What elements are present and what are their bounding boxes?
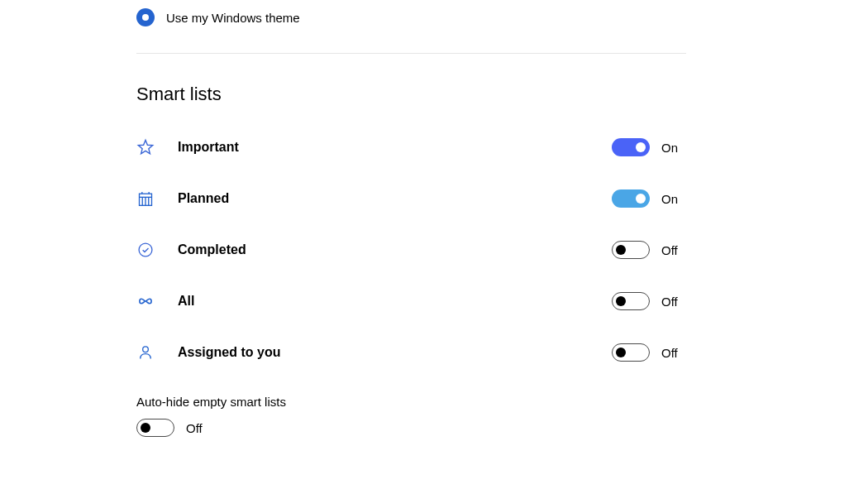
smart-list-important: Important On — [136, 138, 686, 156]
star-icon — [136, 138, 155, 156]
infinity-icon — [136, 292, 155, 310]
smart-list-important-label: Important — [178, 140, 612, 155]
important-toggle[interactable] — [612, 138, 650, 156]
smart-lists-heading: Smart lists — [136, 84, 686, 105]
planned-toggle-state: On — [661, 192, 686, 206]
auto-hide-toggle-state: Off — [186, 421, 211, 435]
smart-list-all: All Off — [136, 292, 686, 310]
planned-toggle[interactable] — [612, 189, 650, 208]
auto-hide-label: Auto-hide empty smart lists — [136, 395, 686, 409]
person-icon — [136, 343, 155, 362]
important-toggle-state: On — [661, 141, 686, 155]
smart-list-assigned: Assigned to you Off — [136, 343, 686, 362]
assigned-toggle[interactable] — [612, 343, 650, 362]
svg-point-8 — [143, 347, 149, 352]
theme-radio-row[interactable]: Use my Windows theme — [136, 8, 686, 53]
auto-hide-section: Auto-hide empty smart lists Off — [136, 395, 686, 437]
auto-hide-toggle[interactable] — [136, 419, 174, 437]
smart-list-assigned-label: Assigned to you — [178, 345, 612, 360]
smart-list-completed-label: Completed — [178, 242, 612, 257]
svg-point-7 — [139, 243, 152, 256]
all-toggle[interactable] — [612, 292, 650, 310]
theme-radio-label: Use my Windows theme — [166, 11, 300, 25]
check-circle-icon — [136, 241, 155, 259]
all-toggle-state: Off — [661, 295, 686, 309]
smart-list-completed: Completed Off — [136, 241, 686, 259]
divider — [136, 53, 686, 54]
smart-list-planned: Planned On — [136, 189, 686, 208]
completed-toggle[interactable] — [612, 241, 650, 259]
smart-list-all-label: All — [178, 294, 612, 309]
calendar-icon — [136, 189, 155, 208]
completed-toggle-state: Off — [661, 243, 686, 257]
smart-list-planned-label: Planned — [178, 191, 612, 206]
assigned-toggle-state: Off — [661, 346, 686, 360]
radio-selected-icon — [136, 8, 155, 26]
